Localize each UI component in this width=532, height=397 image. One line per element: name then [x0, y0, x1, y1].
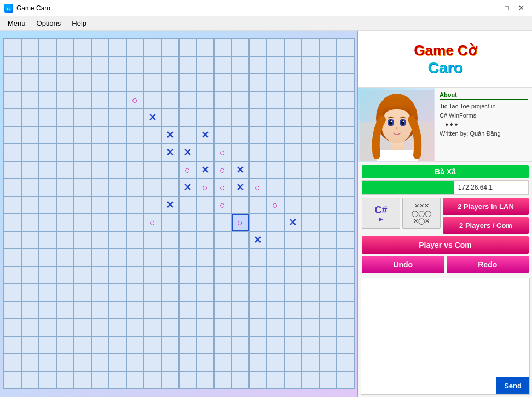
- board-cell[interactable]: [337, 266, 354, 284]
- board-cell[interactable]: ✕: [161, 196, 179, 214]
- board-cell[interactable]: [302, 126, 319, 144]
- board-cell[interactable]: [144, 126, 161, 144]
- board-cell[interactable]: [4, 266, 21, 284]
- board-cell[interactable]: [109, 196, 126, 214]
- board-cell[interactable]: [319, 319, 337, 336]
- board-cell[interactable]: [39, 214, 56, 231]
- board-cell[interactable]: ✕: [196, 161, 214, 179]
- board-cell[interactable]: [21, 126, 39, 144]
- board-cell[interactable]: [284, 249, 302, 266]
- board-cell[interactable]: [284, 354, 302, 371]
- board-cell[interactable]: [4, 301, 21, 319]
- board-cell[interactable]: [249, 319, 267, 336]
- board-cell[interactable]: [91, 196, 109, 214]
- board-cell[interactable]: [161, 91, 179, 109]
- board-cell[interactable]: [337, 249, 354, 266]
- board-cell[interactable]: [214, 74, 232, 91]
- board-cell[interactable]: [214, 266, 232, 284]
- menu-item-help[interactable]: Help: [66, 17, 92, 30]
- menu-item-menu[interactable]: Menu: [2, 17, 31, 30]
- board-cell[interactable]: [179, 56, 196, 74]
- board-cell[interactable]: [319, 161, 337, 179]
- board-cell[interactable]: [109, 161, 126, 179]
- board-cell[interactable]: [4, 231, 21, 249]
- board-cell[interactable]: [214, 371, 232, 389]
- board-cell[interactable]: [21, 144, 39, 161]
- board-cell[interactable]: [249, 284, 267, 301]
- board-cell[interactable]: [196, 91, 214, 109]
- board-cell[interactable]: [319, 284, 337, 301]
- player-vs-com-button[interactable]: Player vs Com: [362, 236, 529, 254]
- board-cell[interactable]: [109, 231, 126, 249]
- board-cell[interactable]: ✕: [144, 109, 161, 126]
- board-cell[interactable]: ✕: [161, 126, 179, 144]
- board-cell[interactable]: [144, 336, 161, 354]
- board-cell[interactable]: [39, 56, 56, 74]
- board-cell[interactable]: ○: [249, 179, 267, 196]
- board-cell[interactable]: [21, 266, 39, 284]
- board-cell[interactable]: [4, 74, 21, 91]
- board-cell[interactable]: [196, 371, 214, 389]
- board-cell[interactable]: [4, 39, 21, 56]
- board-cell[interactable]: [179, 74, 196, 91]
- board-cell[interactable]: [144, 354, 161, 371]
- board-cell[interactable]: [91, 354, 109, 371]
- board-cell[interactable]: [214, 214, 232, 231]
- board-cell[interactable]: [126, 231, 144, 249]
- board-cell[interactable]: [196, 284, 214, 301]
- board-cell[interactable]: [39, 371, 56, 389]
- board-cell[interactable]: [56, 301, 74, 319]
- board-cell[interactable]: [161, 284, 179, 301]
- board-cell[interactable]: [249, 144, 267, 161]
- board-cell[interactable]: [319, 39, 337, 56]
- board-cell[interactable]: [126, 266, 144, 284]
- board-cell[interactable]: [232, 144, 249, 161]
- board-cell[interactable]: [144, 161, 161, 179]
- board-cell[interactable]: [302, 74, 319, 91]
- board-cell[interactable]: [4, 91, 21, 109]
- board-cell[interactable]: [179, 266, 196, 284]
- board-cell[interactable]: [74, 109, 91, 126]
- board-cell[interactable]: [74, 214, 91, 231]
- board-cell[interactable]: [249, 91, 267, 109]
- board-cell[interactable]: [91, 284, 109, 301]
- board-cell[interactable]: [126, 336, 144, 354]
- board-cell[interactable]: [179, 196, 196, 214]
- board-cell[interactable]: [4, 144, 21, 161]
- board-cell[interactable]: [39, 74, 56, 91]
- board-cell[interactable]: ○: [214, 196, 232, 214]
- board-cell[interactable]: [302, 56, 319, 74]
- board-cell[interactable]: [39, 196, 56, 214]
- board-cell[interactable]: [4, 284, 21, 301]
- board-cell[interactable]: [161, 319, 179, 336]
- maximize-button[interactable]: □: [500, 3, 513, 14]
- board-cell[interactable]: [91, 56, 109, 74]
- board-cell[interactable]: [249, 74, 267, 91]
- board-cell[interactable]: [161, 179, 179, 196]
- board-cell[interactable]: [39, 301, 56, 319]
- board-cell[interactable]: [126, 196, 144, 214]
- board-cell[interactable]: [337, 371, 354, 389]
- board-cell[interactable]: [56, 74, 74, 91]
- board-cell[interactable]: [126, 126, 144, 144]
- board-cell[interactable]: [56, 144, 74, 161]
- board-cell[interactable]: [21, 354, 39, 371]
- board-cell[interactable]: ○: [179, 161, 196, 179]
- board-cell[interactable]: [144, 231, 161, 249]
- board-cell[interactable]: [319, 249, 337, 266]
- board-cell[interactable]: [144, 319, 161, 336]
- board-cell[interactable]: [232, 354, 249, 371]
- board-cell[interactable]: [144, 266, 161, 284]
- board-cell[interactable]: [232, 74, 249, 91]
- board-cell[interactable]: [302, 371, 319, 389]
- board-cell[interactable]: [196, 231, 214, 249]
- board-cell[interactable]: [196, 74, 214, 91]
- redo-button[interactable]: Redo: [447, 256, 529, 273]
- board-cell[interactable]: [319, 266, 337, 284]
- board-cell[interactable]: [161, 249, 179, 266]
- board-cell[interactable]: [284, 56, 302, 74]
- board-cell[interactable]: [284, 284, 302, 301]
- board-cell[interactable]: [319, 336, 337, 354]
- board-cell[interactable]: [249, 196, 267, 214]
- board-cell[interactable]: [91, 266, 109, 284]
